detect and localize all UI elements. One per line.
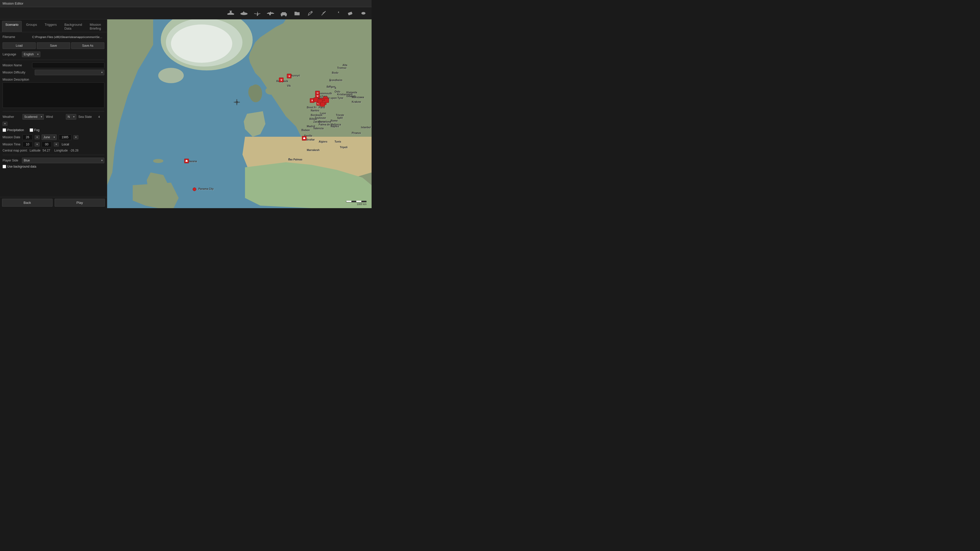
svg-rect-3 <box>243 12 245 14</box>
panel-bottom: Back Play <box>0 197 107 208</box>
svg-rect-7 <box>268 13 273 13</box>
svg-rect-5 <box>267 13 274 14</box>
wind-label: Wind <box>46 115 64 119</box>
date-day-dropdown[interactable]: ▼ <box>35 135 40 139</box>
titlebar: Mission Editor <box>0 0 372 7</box>
mission-time-minute-input[interactable] <box>41 141 52 147</box>
mission-time-hour-input[interactable] <box>22 141 33 147</box>
fog-checkbox[interactable] <box>30 128 33 132</box>
toolbar <box>0 7 372 19</box>
fog-check[interactable]: Fog <box>30 128 40 132</box>
save-as-button[interactable]: Save As <box>71 42 104 49</box>
ship-toolbar-btn[interactable] <box>224 8 237 18</box>
month-select-wrapper[interactable]: June <box>41 135 57 140</box>
weather-label: Weather <box>3 115 21 119</box>
tab-scenario[interactable]: Scenario <box>2 21 22 32</box>
helicopter-toolbar-btn[interactable] <box>264 8 277 18</box>
main-area: Scenario Groups Triggers Background Data… <box>0 19 372 208</box>
player-side-row: Player Side Blue <box>3 158 104 163</box>
time-hour-dropdown[interactable]: ▼ <box>35 142 40 146</box>
tab-triggers[interactable]: Triggers <box>41 21 60 32</box>
sea-state-dropdown[interactable]: ▼ <box>3 122 7 126</box>
svg-rect-1 <box>229 11 232 11</box>
precipitation-label: Precipitation <box>7 128 24 132</box>
svg-rect-9 <box>282 12 286 14</box>
svg-point-20 <box>171 24 232 63</box>
mission-date-label: Mission Date <box>3 135 21 139</box>
description-label: Mission Description <box>3 78 30 81</box>
svg-rect-0 <box>230 11 231 13</box>
save-button[interactable]: Save <box>37 42 70 49</box>
player-side-select-wrapper[interactable]: Blue <box>22 158 104 163</box>
load-button[interactable]: Load <box>3 42 36 49</box>
background-data-row[interactable]: Use background data <box>3 165 104 168</box>
svg-point-10 <box>281 15 283 16</box>
mission-date-day-input[interactable] <box>22 135 33 140</box>
month-select[interactable]: June <box>41 135 57 140</box>
description-textarea[interactable] <box>3 83 104 108</box>
filename-value: C:\Program Files (x86)\Steam\steamapps\c… <box>32 35 103 38</box>
filename-row: Filename C:\Program Files (x86)\Steam\st… <box>3 34 104 40</box>
precip-fog-row: Precipitation Fog <box>3 127 104 133</box>
svg-point-23 <box>248 86 256 98</box>
description-label-row: Mission Description <box>3 77 104 83</box>
mission-date-year-input[interactable] <box>59 135 72 140</box>
eraser-toolbar-btn[interactable] <box>344 8 356 18</box>
folder-toolbar-btn[interactable] <box>291 8 303 18</box>
marker-toolbar-btn[interactable] <box>318 8 330 18</box>
date-year-dropdown[interactable]: ▼ <box>73 135 78 139</box>
tab-groups[interactable]: Groups <box>23 21 40 32</box>
panel-content: Filename C:\Program Files (x86)\Steam\st… <box>0 32 107 197</box>
tab-background-data[interactable]: Background Data <box>61 21 85 32</box>
fog-label: Fog <box>34 128 40 132</box>
back-button[interactable]: Back <box>2 199 52 206</box>
difficulty-select-wrapper[interactable] <box>35 70 104 75</box>
svg-rect-15 <box>348 11 352 15</box>
arrow-toolbar-btn[interactable] <box>331 8 343 18</box>
svg-rect-4 <box>243 11 244 12</box>
precipitation-checkbox[interactable] <box>3 128 6 132</box>
latitude-label: Latitude <box>30 149 41 152</box>
player-side-label: Player Side <box>3 159 21 162</box>
play-button[interactable]: Play <box>55 199 105 206</box>
background-data-checkbox[interactable] <box>3 165 6 168</box>
weather-select[interactable]: Scattered <box>22 114 44 120</box>
background-data-label: Use background data <box>7 165 36 168</box>
wind-select[interactable]: N <box>66 114 76 120</box>
file-buttons: Load Save Save As <box>3 42 104 49</box>
tab-bar: Scenario Groups Triggers Background Data… <box>0 19 107 32</box>
difficulty-label: Mission Difficulty <box>3 71 33 74</box>
weather-row: Weather Scattered Wind N Sea State 4 ▼ <box>3 114 104 126</box>
weather-select-wrapper[interactable]: Scattered <box>22 114 44 120</box>
submarine-toolbar-btn[interactable] <box>238 8 250 18</box>
longitude-label: Longitude <box>54 149 68 152</box>
language-label: Language <box>3 52 21 56</box>
capsule-toolbar-btn[interactable] <box>357 8 369 18</box>
central-map-label: Central map point: <box>3 149 27 152</box>
longitude-value: -26.28 <box>70 149 79 152</box>
svg-line-12 <box>311 12 312 13</box>
language-row: Language English <box>3 52 104 57</box>
time-zone-label: Local <box>62 143 69 146</box>
mission-name-input[interactable] <box>32 62 104 68</box>
aircraft-toolbar-btn[interactable] <box>251 8 263 18</box>
mission-time-row: Mission Time ▼ ▼ Local <box>3 141 104 147</box>
difficulty-select[interactable] <box>35 70 104 75</box>
svg-point-24 <box>266 87 275 95</box>
draw-toolbar-btn[interactable] <box>304 8 317 18</box>
tab-mission-briefing[interactable]: Mission Briefing <box>86 21 105 32</box>
scale-bar: 1000 km <box>346 201 366 206</box>
language-select[interactable]: English <box>22 52 40 57</box>
language-select-wrapper[interactable]: English <box>22 52 40 57</box>
svg-point-16 <box>361 12 366 14</box>
scale-text: 1000 km <box>357 203 366 206</box>
title-text: Mission Editor <box>3 2 24 5</box>
ground-toolbar-btn[interactable] <box>278 8 290 18</box>
player-side-select[interactable]: Blue <box>22 158 104 163</box>
precipitation-check[interactable]: Precipitation <box>3 128 24 132</box>
latitude-value: 54.27 <box>43 149 50 152</box>
map-area[interactable]: Akureyri Reykjavik Vik Trondheim Bergen … <box>107 19 372 208</box>
wind-select-wrapper[interactable]: N <box>66 114 76 120</box>
difficulty-row: Mission Difficulty <box>3 70 104 75</box>
time-minute-dropdown[interactable]: ▼ <box>54 142 59 146</box>
